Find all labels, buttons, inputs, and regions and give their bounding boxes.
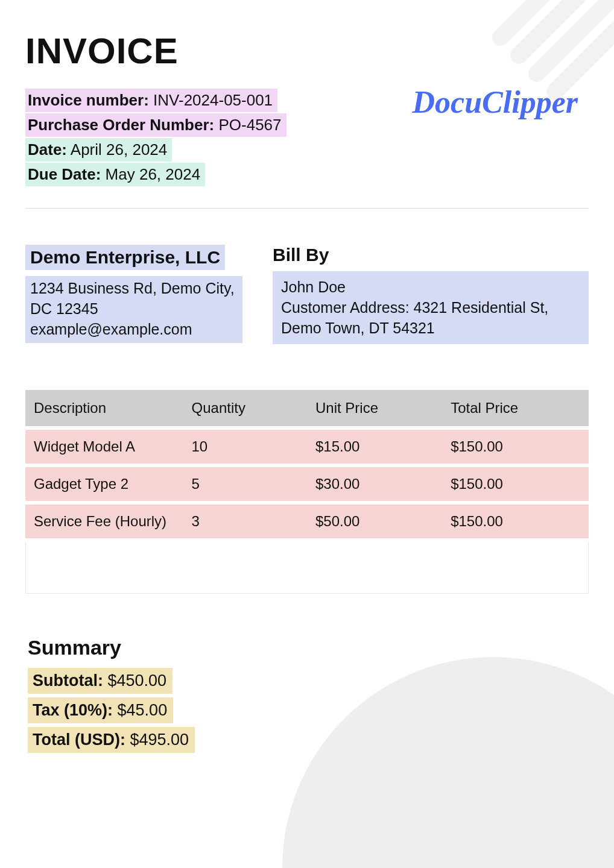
- table-row: Service Fee (Hourly) 3 $50.00 $150.00: [25, 505, 589, 538]
- invoice-number-label: Invoice number:: [28, 91, 149, 109]
- due-date-label: Due Date:: [28, 165, 101, 183]
- subtotal-value: $450.00: [108, 671, 167, 690]
- col-total-price: Total Price: [442, 390, 589, 426]
- due-date-line: Due Date: May 26, 2024: [25, 163, 205, 186]
- col-description: Description: [25, 390, 183, 426]
- cell-total-price: $150.00: [442, 505, 589, 538]
- date-value: April 26, 2024: [71, 140, 167, 159]
- po-number-value: PO-4567: [218, 116, 281, 134]
- document-title: INVOICE: [25, 30, 589, 72]
- total-value: $495.00: [130, 731, 189, 749]
- summary-heading: Summary: [25, 636, 589, 659]
- bill-by-address-label: Customer Address:: [281, 299, 410, 316]
- po-number-label: Purchase Order Number:: [28, 116, 214, 134]
- col-quantity: Quantity: [183, 390, 307, 426]
- total-label: Total (USD):: [33, 731, 125, 749]
- bill-by-details: John Doe Customer Address: 4321 Resident…: [273, 271, 589, 344]
- total-line: Total (USD): $495.00: [28, 727, 195, 753]
- subtotal-label: Subtotal:: [33, 671, 103, 690]
- divider: [25, 208, 589, 209]
- tax-line: Tax (10%): $45.00: [28, 697, 173, 723]
- subtotal-line: Subtotal: $450.00: [28, 668, 172, 694]
- cell-description: Service Fee (Hourly): [25, 505, 183, 538]
- cell-total-price: $150.00: [442, 430, 589, 464]
- cell-description: Widget Model A: [25, 430, 183, 464]
- cell-description: Gadget Type 2: [25, 467, 183, 501]
- bill-by-heading: Bill By: [273, 245, 589, 265]
- table-header-row: Description Quantity Unit Price Total Pr…: [25, 390, 589, 426]
- cell-unit-price: $15.00: [307, 430, 442, 464]
- po-number-line: Purchase Order Number: PO-4567: [25, 113, 286, 137]
- cell-unit-price: $30.00: [307, 467, 442, 501]
- invoice-number-value: INV-2024-05-001: [153, 91, 273, 109]
- cell-quantity: 10: [183, 430, 307, 464]
- tax-label: Tax (10%):: [33, 701, 113, 719]
- due-date-value: May 26, 2024: [106, 165, 201, 183]
- seller-details: 1234 Business Rd, Demo City, DC 12345 ex…: [25, 276, 242, 343]
- table-row: Gadget Type 2 5 $30.00 $150.00: [25, 467, 589, 501]
- tax-value: $45.00: [118, 701, 168, 719]
- cell-quantity: 5: [183, 467, 307, 501]
- col-unit-price: Unit Price: [307, 390, 442, 426]
- seller-address: 1234 Business Rd, Demo City, DC 12345: [30, 280, 235, 317]
- logo: DocuClipper: [413, 84, 578, 120]
- cell-unit-price: $50.00: [307, 505, 442, 538]
- invoice-number-line: Invoice number: INV-2024-05-001: [25, 89, 277, 112]
- date-line: Date: April 26, 2024: [25, 138, 172, 162]
- seller-email: example@example.com: [30, 321, 192, 338]
- line-items-table: Description Quantity Unit Price Total Pr…: [25, 386, 589, 542]
- bill-by-name: John Doe: [281, 278, 346, 295]
- seller-name: Demo Enterprise, LLC: [25, 245, 225, 270]
- cell-quantity: 3: [183, 505, 307, 538]
- date-label: Date:: [28, 140, 67, 159]
- table-empty-area: [25, 542, 589, 594]
- cell-total-price: $150.00: [442, 467, 589, 501]
- table-row: Widget Model A 10 $15.00 $150.00: [25, 430, 589, 464]
